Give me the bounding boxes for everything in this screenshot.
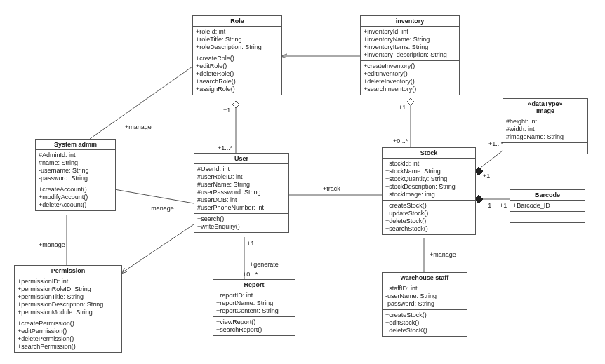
class-title: System admin <box>36 140 115 150</box>
mult: +1 <box>483 173 490 180</box>
mult: +1 <box>484 202 491 209</box>
class-stock: Stock+stockId: int +stockName: String +s… <box>382 147 476 235</box>
label-manage: +manage <box>147 205 174 212</box>
mult: +1 <box>223 107 230 114</box>
svg-line-7 <box>121 224 194 274</box>
class-operations <box>503 143 587 154</box>
svg-line-2 <box>114 189 194 203</box>
class-operations: +createRole() +editRole() +deleteRole() … <box>193 53 281 95</box>
svg-line-9 <box>481 151 503 167</box>
class-operations: +createInventory() +editInventory() +del… <box>361 61 459 95</box>
class-user: User#UserId: int #userRoleID: int #userN… <box>194 153 289 233</box>
class-attributes: #AdminId: int #name: String -username: S… <box>36 150 115 184</box>
mult: +1 <box>399 104 406 111</box>
label-generate: +generate <box>250 261 279 268</box>
class-report: Report+reportID: int +reportName: String… <box>213 279 295 336</box>
class-attributes: +roleId: int +roleTitle: String +roleDes… <box>193 27 281 53</box>
class-attributes: +inventoryId: int +inventoryName: String… <box>361 27 459 61</box>
mult: +1...* <box>488 140 503 147</box>
class-operations: +createStock() +editStock() +deleteStocK… <box>383 310 467 336</box>
class-operations: +search() +writeEnquiry() <box>194 214 288 232</box>
class-title: inventory <box>361 16 459 27</box>
class-title: Role <box>193 16 281 27</box>
class-barcode: Barcode+Barcode_ID <box>510 189 585 223</box>
class-attributes: +reportID: int +reportName: String +repo… <box>213 290 295 317</box>
class-inventory: inventory+inventoryId: int +inventoryNam… <box>360 15 460 95</box>
class-operations: +createStock() +updateStock() +deleteSto… <box>383 201 475 234</box>
class-title: Report <box>213 280 295 290</box>
class-attributes: #UserId: int #userRoleID: int #userName:… <box>194 164 288 214</box>
label-manage: +manage <box>125 123 152 130</box>
label-manage: +manage <box>430 251 456 258</box>
mult: +0...* <box>243 271 258 278</box>
class-attributes: #height: int #width: int #imageName: Str… <box>503 116 587 143</box>
class-title: «dataType» Image <box>503 99 587 116</box>
class-title: Permission <box>15 266 121 276</box>
diagram-canvas: +manage +manage +manage +track +generate… <box>0 0 605 364</box>
class-role: Role+roleId: int +roleTitle: String +rol… <box>192 15 282 95</box>
class-operations: +createPermission() +editPermission() +d… <box>15 318 121 352</box>
class-permission: Permission+permissionID: int +permission… <box>14 265 122 353</box>
mult: +0...* <box>393 137 408 144</box>
class-title: warehouse staff <box>383 273 467 283</box>
class-whstaff: warehouse staff+staffID: int -userName: … <box>382 272 467 337</box>
label-track: +track <box>323 185 340 192</box>
class-title: User <box>194 154 288 164</box>
class-image: «dataType» Image#height: int #width: int… <box>503 98 588 154</box>
mult: +1 <box>247 240 254 247</box>
class-attributes: +permissionID: int +permissionRoleID: St… <box>15 276 121 318</box>
class-operations: +viewReport() +searchReport() <box>213 317 295 335</box>
class-attributes: +Barcode_ID <box>510 201 585 212</box>
class-attributes: +stockId: int +stockName: String +stockQ… <box>383 159 475 201</box>
class-title: Stock <box>383 148 475 159</box>
class-title: Barcode <box>510 190 585 201</box>
mult: +1...* <box>218 144 232 151</box>
class-sysadmin: System admin#AdminId: int #name: String … <box>35 139 116 211</box>
class-attributes: +staffID: int -userName: String -passwor… <box>383 283 467 310</box>
label-manage: +manage <box>39 241 65 248</box>
class-operations <box>510 212 585 222</box>
mult: +1 <box>500 202 507 209</box>
class-operations: +createAccount() +modifyAccount() +delet… <box>36 184 115 210</box>
